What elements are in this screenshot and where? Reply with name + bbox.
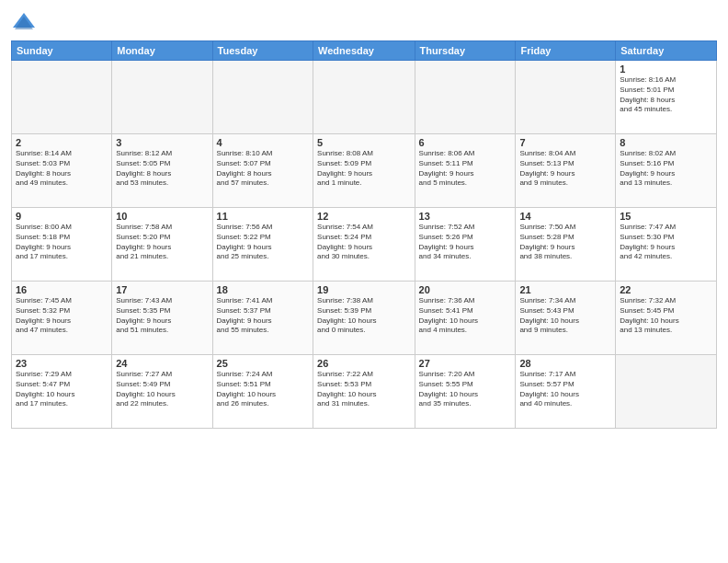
- day-number: 2: [16, 137, 108, 148]
- day-cell-26: 26Sunrise: 7:22 AM Sunset: 5:53 PM Dayli…: [313, 355, 415, 429]
- day-cell-13: 13Sunrise: 7:52 AM Sunset: 5:26 PM Dayli…: [415, 208, 516, 282]
- day-number: 8: [620, 137, 712, 148]
- day-number: 21: [519, 284, 611, 295]
- day-number: 23: [16, 358, 108, 369]
- day-number: 27: [419, 358, 512, 369]
- day-info: Sunrise: 7:52 AM Sunset: 5:26 PM Dayligh…: [419, 223, 512, 262]
- day-cell-27: 27Sunrise: 7:20 AM Sunset: 5:55 PM Dayli…: [415, 355, 516, 429]
- day-info: Sunrise: 8:06 AM Sunset: 5:11 PM Dayligh…: [419, 149, 512, 189]
- day-number: 10: [116, 211, 208, 222]
- day-info: Sunrise: 7:34 AM Sunset: 5:43 PM Dayligh…: [519, 296, 611, 336]
- day-info: Sunrise: 8:08 AM Sunset: 5:09 PM Dayligh…: [317, 149, 411, 189]
- day-number: 12: [317, 211, 411, 222]
- day-cell-20: 20Sunrise: 7:36 AM Sunset: 5:41 PM Dayli…: [415, 282, 516, 355]
- day-cell-19: 19Sunrise: 7:38 AM Sunset: 5:39 PM Dayli…: [313, 282, 415, 355]
- week-row-5: 23Sunrise: 7:29 AM Sunset: 5:47 PM Dayli…: [12, 355, 717, 429]
- day-number: 22: [620, 284, 712, 295]
- day-number: 1: [620, 63, 712, 75]
- day-info: Sunrise: 7:20 AM Sunset: 5:55 PM Dayligh…: [419, 370, 512, 409]
- day-cell-10: 10Sunrise: 7:58 AM Sunset: 5:20 PM Dayli…: [112, 208, 212, 282]
- day-cell-22: 22Sunrise: 7:32 AM Sunset: 5:45 PM Dayli…: [616, 282, 717, 355]
- day-number: 15: [620, 211, 712, 222]
- week-row-1: 1Sunrise: 8:16 AM Sunset: 5:01 PM Daylig…: [12, 61, 717, 134]
- day-cell-8: 8Sunrise: 8:02 AM Sunset: 5:16 PM Daylig…: [616, 134, 717, 208]
- day-number: 17: [116, 284, 208, 295]
- empty-cell: [616, 355, 717, 429]
- day-cell-11: 11Sunrise: 7:56 AM Sunset: 5:22 PM Dayli…: [212, 208, 313, 282]
- day-info: Sunrise: 7:43 AM Sunset: 5:35 PM Dayligh…: [116, 296, 208, 336]
- weekday-header-thursday: Thursday: [415, 41, 516, 61]
- day-info: Sunrise: 8:12 AM Sunset: 5:05 PM Dayligh…: [116, 149, 208, 189]
- logo-icon: [11, 9, 37, 35]
- day-cell-6: 6Sunrise: 8:06 AM Sunset: 5:11 PM Daylig…: [415, 134, 516, 208]
- day-number: 6: [419, 137, 512, 148]
- weekday-header-friday: Friday: [516, 41, 616, 61]
- day-info: Sunrise: 7:32 AM Sunset: 5:45 PM Dayligh…: [620, 296, 712, 336]
- day-cell-3: 3Sunrise: 8:12 AM Sunset: 5:05 PM Daylig…: [112, 134, 212, 208]
- day-info: Sunrise: 8:04 AM Sunset: 5:13 PM Dayligh…: [519, 149, 611, 189]
- week-row-2: 2Sunrise: 8:14 AM Sunset: 5:03 PM Daylig…: [12, 134, 717, 208]
- day-cell-24: 24Sunrise: 7:27 AM Sunset: 5:49 PM Dayli…: [112, 355, 212, 429]
- day-number: 11: [217, 211, 309, 222]
- weekday-header-monday: Monday: [112, 41, 212, 61]
- empty-cell: [313, 61, 415, 134]
- day-info: Sunrise: 7:56 AM Sunset: 5:22 PM Dayligh…: [217, 223, 309, 262]
- day-info: Sunrise: 7:29 AM Sunset: 5:47 PM Dayligh…: [16, 370, 108, 409]
- day-cell-9: 9Sunrise: 8:00 AM Sunset: 5:18 PM Daylig…: [12, 208, 112, 282]
- day-cell-21: 21Sunrise: 7:34 AM Sunset: 5:43 PM Dayli…: [516, 282, 616, 355]
- weekday-header-saturday: Saturday: [616, 41, 717, 61]
- day-cell-4: 4Sunrise: 8:10 AM Sunset: 5:07 PM Daylig…: [212, 134, 313, 208]
- page: SundayMondayTuesdayWednesdayThursdayFrid…: [0, 0, 728, 563]
- day-info: Sunrise: 8:16 AM Sunset: 5:01 PM Dayligh…: [620, 75, 712, 115]
- day-info: Sunrise: 7:24 AM Sunset: 5:51 PM Dayligh…: [217, 370, 309, 409]
- day-info: Sunrise: 7:17 AM Sunset: 5:57 PM Dayligh…: [519, 370, 611, 409]
- empty-cell: [112, 61, 212, 134]
- day-info: Sunrise: 7:38 AM Sunset: 5:39 PM Dayligh…: [317, 296, 411, 336]
- weekday-header-tuesday: Tuesday: [212, 41, 313, 61]
- day-info: Sunrise: 8:14 AM Sunset: 5:03 PM Dayligh…: [16, 149, 108, 189]
- day-cell-25: 25Sunrise: 7:24 AM Sunset: 5:51 PM Dayli…: [212, 355, 313, 429]
- day-info: Sunrise: 7:54 AM Sunset: 5:24 PM Dayligh…: [317, 223, 411, 262]
- day-cell-18: 18Sunrise: 7:41 AM Sunset: 5:37 PM Dayli…: [212, 282, 313, 355]
- empty-cell: [415, 61, 516, 134]
- header: [11, 9, 717, 35]
- day-info: Sunrise: 7:41 AM Sunset: 5:37 PM Dayligh…: [217, 296, 309, 336]
- calendar: SundayMondayTuesdayWednesdayThursdayFrid…: [11, 40, 717, 429]
- day-number: 9: [16, 211, 108, 222]
- day-cell-2: 2Sunrise: 8:14 AM Sunset: 5:03 PM Daylig…: [12, 134, 112, 208]
- day-number: 4: [217, 137, 309, 148]
- empty-cell: [516, 61, 616, 134]
- day-cell-14: 14Sunrise: 7:50 AM Sunset: 5:28 PM Dayli…: [516, 208, 616, 282]
- week-row-4: 16Sunrise: 7:45 AM Sunset: 5:32 PM Dayli…: [12, 282, 717, 355]
- day-number: 28: [519, 358, 611, 369]
- day-cell-17: 17Sunrise: 7:43 AM Sunset: 5:35 PM Dayli…: [112, 282, 212, 355]
- day-info: Sunrise: 7:58 AM Sunset: 5:20 PM Dayligh…: [116, 223, 208, 262]
- weekday-header-row: SundayMondayTuesdayWednesdayThursdayFrid…: [12, 41, 717, 61]
- day-number: 20: [419, 284, 512, 295]
- day-number: 7: [519, 137, 611, 148]
- day-cell-1: 1Sunrise: 8:16 AM Sunset: 5:01 PM Daylig…: [616, 61, 717, 134]
- day-number: 19: [317, 284, 411, 295]
- empty-cell: [12, 61, 112, 134]
- day-info: Sunrise: 7:50 AM Sunset: 5:28 PM Dayligh…: [519, 223, 611, 262]
- day-info: Sunrise: 7:36 AM Sunset: 5:41 PM Dayligh…: [419, 296, 512, 336]
- day-info: Sunrise: 7:47 AM Sunset: 5:30 PM Dayligh…: [620, 223, 712, 262]
- day-cell-7: 7Sunrise: 8:04 AM Sunset: 5:13 PM Daylig…: [516, 134, 616, 208]
- day-cell-16: 16Sunrise: 7:45 AM Sunset: 5:32 PM Dayli…: [12, 282, 112, 355]
- weekday-header-sunday: Sunday: [12, 41, 112, 61]
- day-info: Sunrise: 7:22 AM Sunset: 5:53 PM Dayligh…: [317, 370, 411, 409]
- day-number: 5: [317, 137, 411, 148]
- day-cell-12: 12Sunrise: 7:54 AM Sunset: 5:24 PM Dayli…: [313, 208, 415, 282]
- day-number: 18: [217, 284, 309, 295]
- day-cell-15: 15Sunrise: 7:47 AM Sunset: 5:30 PM Dayli…: [616, 208, 717, 282]
- day-info: Sunrise: 8:00 AM Sunset: 5:18 PM Dayligh…: [16, 223, 108, 262]
- day-cell-28: 28Sunrise: 7:17 AM Sunset: 5:57 PM Dayli…: [516, 355, 616, 429]
- day-number: 25: [217, 358, 309, 369]
- day-number: 16: [16, 284, 108, 295]
- day-info: Sunrise: 7:45 AM Sunset: 5:32 PM Dayligh…: [16, 296, 108, 336]
- day-info: Sunrise: 8:10 AM Sunset: 5:07 PM Dayligh…: [217, 149, 309, 189]
- week-row-3: 9Sunrise: 8:00 AM Sunset: 5:18 PM Daylig…: [12, 208, 717, 282]
- day-cell-23: 23Sunrise: 7:29 AM Sunset: 5:47 PM Dayli…: [12, 355, 112, 429]
- day-info: Sunrise: 7:27 AM Sunset: 5:49 PM Dayligh…: [116, 370, 208, 409]
- empty-cell: [212, 61, 313, 134]
